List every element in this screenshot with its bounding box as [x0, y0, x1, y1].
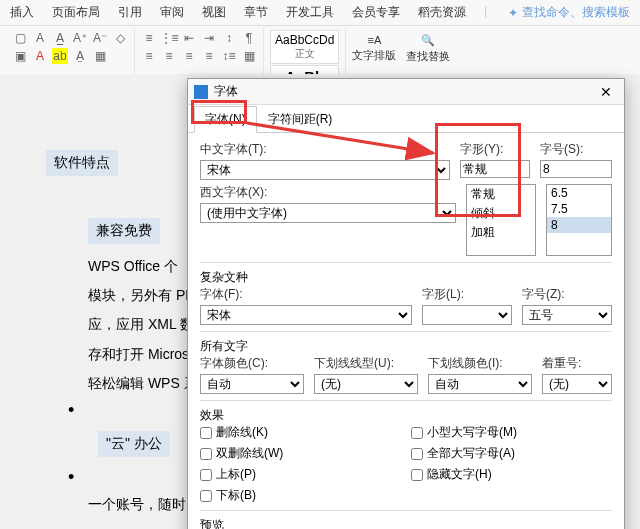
menu-resource[interactable]: 稻壳资源: [418, 4, 466, 21]
underline-icon[interactable]: A̲: [52, 30, 68, 46]
menu-view[interactable]: 视图: [202, 4, 226, 21]
align-left-icon[interactable]: ≡: [141, 48, 157, 64]
shading-icon[interactable]: ▦: [241, 48, 257, 64]
menu-section[interactable]: 章节: [244, 4, 268, 21]
ruby-icon[interactable]: A̤: [72, 48, 88, 64]
tab-spacing[interactable]: 字符间距(R): [257, 106, 344, 133]
sort-icon[interactable]: ↕: [221, 30, 237, 46]
text-layout-tool[interactable]: ≡A文字排版: [352, 34, 396, 63]
menu-layout[interactable]: 页面布局: [52, 4, 100, 21]
sparkle-icon: ✦: [508, 6, 518, 20]
number-icon[interactable]: ⋮≡: [161, 30, 177, 46]
group-alltext: 所有文字: [200, 331, 612, 355]
chk-sup[interactable]: 上标(P): [200, 466, 401, 483]
chk-dstrike[interactable]: 双删除线(W): [200, 445, 401, 462]
chk-smallcaps[interactable]: 小型大写字母(M): [411, 424, 612, 441]
style-input[interactable]: [460, 160, 530, 178]
emphasis-select[interactable]: (无): [542, 374, 612, 394]
show-marks-icon[interactable]: ¶: [241, 30, 257, 46]
find-replace-tool[interactable]: 🔍查找替换: [406, 34, 450, 64]
menu-bar: 插入 页面布局 引用 审阅 视图 章节 开发工具 会员专享 稻壳资源 | ✦ 查…: [0, 0, 640, 26]
align-center-icon[interactable]: ≡: [161, 48, 177, 64]
command-search[interactable]: ✦ 查找命令、搜索模板: [508, 4, 630, 21]
label-chinese-font: 中文字体(T):: [200, 141, 450, 158]
dialog-title: 字体: [214, 83, 594, 100]
size-input[interactable]: [540, 160, 612, 178]
align-justify-icon[interactable]: ≡: [201, 48, 217, 64]
doc-subheading-2: "云" 办公: [98, 431, 170, 457]
font-minus-icon[interactable]: A⁻: [92, 30, 108, 46]
menu-insert[interactable]: 插入: [10, 4, 34, 21]
chk-hidden[interactable]: 隐藏文字(H): [411, 466, 612, 483]
size-listbox[interactable]: 6.5 7.5 8: [546, 184, 612, 256]
doc-subheading: 兼容免费: [88, 218, 160, 244]
complex-style-select[interactable]: [422, 305, 512, 325]
clear-format-icon[interactable]: ◇: [112, 30, 128, 46]
app-icon: [194, 85, 208, 99]
indent-dec-icon[interactable]: ⇤: [181, 30, 197, 46]
font-dialog: 字体 ✕ 字体(N) 字符间距(R) 中文字体(T): 宋体 字形(Y): 字号…: [187, 78, 625, 529]
search-icon: 🔍: [421, 34, 435, 47]
group-preview: 预览: [200, 510, 612, 529]
label-style: 字形(Y):: [460, 141, 530, 158]
menu-dev[interactable]: 开发工具: [286, 4, 334, 21]
font-plus-icon[interactable]: A⁺: [72, 30, 88, 46]
bold-icon[interactable]: A: [32, 30, 48, 46]
complex-font-select[interactable]: 宋体: [200, 305, 412, 325]
border-icon[interactable]: ▦: [92, 48, 108, 64]
highlight-icon[interactable]: ab: [52, 48, 68, 64]
chk-sub[interactable]: 下标(B): [200, 487, 401, 504]
group-complex: 复杂文种: [200, 262, 612, 286]
underline-style-select[interactable]: (无): [314, 374, 418, 394]
chk-allcaps[interactable]: 全部大写字母(A): [411, 445, 612, 462]
chk-strike[interactable]: 删除线(K): [200, 424, 401, 441]
complex-size-select[interactable]: 五号: [522, 305, 612, 325]
font-color-select[interactable]: 自动: [200, 374, 304, 394]
menu-ref[interactable]: 引用: [118, 4, 142, 21]
layout-icon: ≡A: [367, 34, 381, 46]
line-spacing-icon[interactable]: ↕≡: [221, 48, 237, 64]
bullet-icon[interactable]: ≡: [141, 30, 157, 46]
indent-inc-icon[interactable]: ⇥: [201, 30, 217, 46]
menu-review[interactable]: 审阅: [160, 4, 184, 21]
western-font-select[interactable]: (使用中文字体): [200, 203, 456, 223]
style-listbox[interactable]: 常规 倾斜 加粗: [466, 184, 536, 256]
close-button[interactable]: ✕: [594, 84, 618, 100]
menu-member[interactable]: 会员专享: [352, 4, 400, 21]
align-right-icon[interactable]: ≡: [181, 48, 197, 64]
label-western-font: 西文字体(X):: [200, 184, 456, 201]
copy-icon[interactable]: ▢: [12, 30, 28, 46]
paste-icon[interactable]: ▣: [12, 48, 28, 64]
tab-font[interactable]: 字体(N): [194, 106, 257, 133]
chinese-font-select[interactable]: 宋体: [200, 160, 450, 180]
doc-heading: 软件特点: [46, 150, 118, 176]
label-size: 字号(S):: [540, 141, 612, 158]
underline-color-select[interactable]: 自动: [428, 374, 532, 394]
group-effects: 效果: [200, 400, 612, 424]
font-color-icon[interactable]: A: [32, 48, 48, 64]
